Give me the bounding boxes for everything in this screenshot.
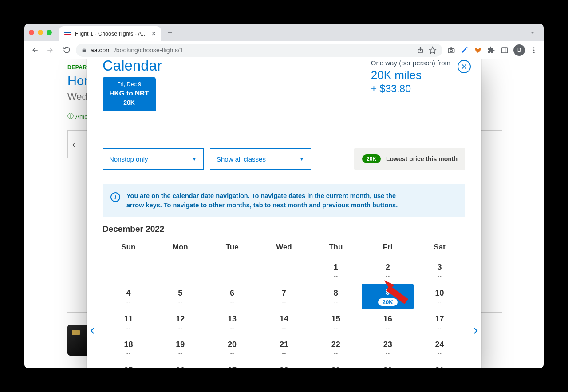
day-price: -- [386, 324, 390, 331]
calendar-day[interactable]: 21-- [258, 335, 310, 361]
nav-forward-button[interactable] [44, 44, 57, 57]
day-number: 1 [334, 263, 338, 272]
page-content: DEPART Hon Wed ⓘ Ame ‹ Calendar One way … [24, 59, 544, 368]
weekday-header: Fri [362, 238, 414, 258]
class-select[interactable]: Show all classes ▼ [210, 148, 311, 170]
day-price: -- [282, 324, 286, 331]
calendar-day[interactable]: 920K [362, 284, 414, 309]
svg-point-6 [450, 49, 452, 51]
calendar-day[interactable]: 23-- [362, 335, 414, 361]
calendar-a11y-alert: i You are on the calendar date navigatio… [103, 184, 465, 217]
day-price: -- [178, 350, 182, 356]
calendar-day[interactable]: 3-- [414, 258, 465, 284]
modal-close-button[interactable] [458, 60, 471, 73]
calendar-day[interactable]: 24-- [414, 335, 465, 361]
window-maximize-button[interactable] [47, 30, 52, 35]
calendar-day[interactable]: 16-- [362, 309, 414, 335]
calendar-day[interactable]: 27-- [206, 361, 258, 368]
calendar-day[interactable]: 17-- [414, 309, 465, 335]
calendar-day[interactable]: 14-- [258, 309, 310, 335]
calendar-day[interactable]: 1-- [310, 258, 362, 284]
chrome-menu-icon[interactable] [529, 46, 538, 55]
calendar-day[interactable]: 22-- [310, 335, 362, 361]
calendar-day[interactable]: 31-- [414, 361, 465, 368]
nav-reload-button[interactable] [60, 44, 73, 57]
bookmark-star-icon[interactable] [428, 46, 437, 55]
window-close-button[interactable] [29, 30, 34, 35]
day-number: 8 [334, 289, 338, 298]
day-price: -- [438, 298, 442, 305]
camera-extension-icon[interactable] [447, 46, 456, 55]
aa-favicon [64, 30, 71, 37]
calendar-day[interactable]: 28-- [258, 361, 310, 368]
svg-point-11 [533, 49, 535, 51]
paint-extension-icon[interactable] [460, 46, 469, 55]
svg-rect-5 [448, 48, 454, 53]
svg-marker-4 [430, 47, 436, 53]
weekday-header: Mon [154, 238, 206, 258]
day-price: -- [178, 298, 182, 305]
alert-text: You are on the calendar date navigation.… [126, 191, 402, 210]
calendar-day[interactable]: 30-- [362, 361, 414, 368]
calendar-day[interactable]: 29-- [310, 361, 362, 368]
day-number: 16 [383, 314, 392, 324]
calendar-day[interactable]: 15-- [310, 309, 362, 335]
day-price: -- [126, 350, 130, 356]
segment-route: HKG to NRT [106, 89, 152, 97]
calendar-filters: Nonstop only ▼ Show all classes ▼ 20K Lo… [103, 148, 465, 170]
day-number: 6 [230, 289, 234, 298]
calendar-day[interactable]: 8-- [310, 284, 362, 309]
calendar-day[interactable]: 6-- [206, 284, 258, 309]
segment-card[interactable]: Fri, Dec 9 HKG to NRT 20K [103, 77, 156, 111]
day-number: 24 [435, 340, 444, 349]
metamask-extension-icon[interactable] [473, 46, 482, 55]
modal-title: Calendar [103, 59, 162, 74]
window-controls [29, 30, 52, 35]
calendar-day[interactable]: 10-- [414, 284, 465, 309]
new-tab-button[interactable]: ＋ [164, 26, 176, 39]
next-month-button[interactable] [467, 323, 483, 339]
day-number: 25 [124, 366, 133, 368]
calendar-day[interactable]: 7-- [258, 284, 310, 309]
day-price: 20K [378, 298, 398, 306]
lowest-price-text: Lowest price this month [386, 155, 458, 162]
tab-close-button[interactable]: × [152, 30, 156, 37]
day-price: -- [126, 324, 130, 331]
calendar-day[interactable]: 2-- [362, 258, 414, 284]
calendar-day[interactable]: 26-- [154, 361, 206, 368]
address-bar[interactable]: aa.com/booking/choose-flights/1 [76, 44, 442, 57]
browser-tab[interactable]: Flight 1 - Choose flights - Ame × [59, 26, 161, 41]
calendar-day[interactable]: 19-- [154, 335, 206, 361]
calendar-day[interactable]: 5-- [154, 284, 206, 309]
calendar-day[interactable]: 25-- [103, 361, 154, 368]
calendar-day[interactable]: 20-- [206, 335, 258, 361]
info-icon: i [110, 192, 120, 202]
day-price: -- [230, 350, 234, 356]
tabs-dropdown-button[interactable] [526, 28, 539, 37]
side-panel-icon[interactable] [500, 46, 509, 55]
calendar-day[interactable]: 13-- [206, 309, 258, 335]
profile-avatar[interactable]: B [513, 44, 525, 56]
lowest-price-legend: 20K Lowest price this month [354, 148, 465, 170]
stops-select[interactable]: Nonstop only ▼ [103, 148, 204, 170]
tab-title: Flight 1 - Choose flights - Ame [75, 31, 148, 37]
calendar-day[interactable]: 11-- [103, 309, 154, 335]
day-number: 9 [386, 288, 390, 297]
day-number: 10 [435, 289, 444, 298]
calendar-day[interactable]: 12-- [154, 309, 206, 335]
modal-price-summary: One way (per person) from 20K miles + $3… [371, 59, 465, 95]
extensions-puzzle-icon[interactable] [487, 46, 496, 55]
prev-month-button[interactable] [85, 323, 101, 339]
calendar-day[interactable]: 18-- [103, 335, 154, 361]
calendar-grid: SunMonTueWedThuFriSat 1--2--3--4--5--6--… [103, 238, 465, 368]
day-number: 27 [228, 366, 237, 368]
window-minimize-button[interactable] [38, 30, 43, 35]
calendar-modal: Calendar One way (per person) from 20K m… [87, 59, 481, 368]
day-number: 31 [435, 366, 444, 368]
day-price: -- [230, 298, 234, 305]
weekday-header: Sun [103, 238, 154, 258]
share-icon[interactable] [416, 46, 425, 55]
day-number: 18 [124, 340, 133, 349]
nav-back-button[interactable] [28, 44, 41, 57]
calendar-day[interactable]: 4-- [103, 284, 154, 309]
